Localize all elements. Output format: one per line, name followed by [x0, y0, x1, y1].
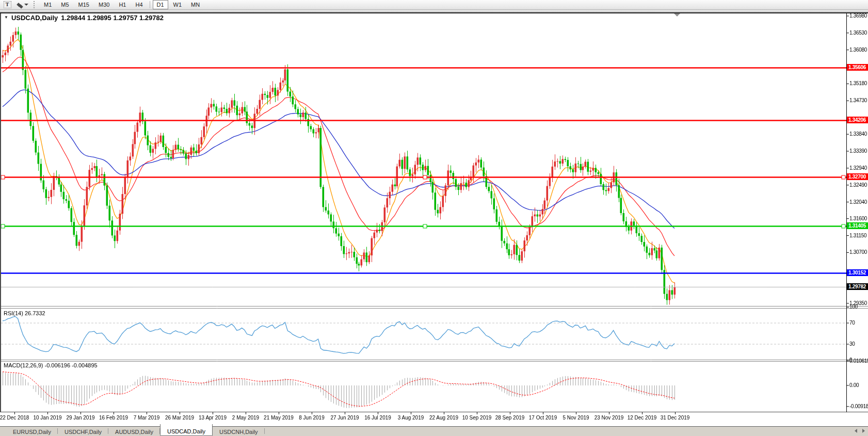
date-label: 22 Dec 2018 — [0, 415, 29, 421]
hline-price-tag: 1.31405 — [847, 222, 868, 229]
date-label: 21 May 2019 — [264, 415, 294, 421]
ohlc-readout: 1.29844 1.29895 1.29757 1.29782 — [61, 14, 164, 22]
macd-axis-label: -0.009181 — [849, 403, 868, 409]
drawing-tools-icon — [19, 4, 23, 9]
date-label: 23 Nov 2019 — [594, 415, 624, 421]
toolbar-grip[interactable] — [34, 1, 36, 8]
price-axis-tick-label: 1.32940 — [849, 165, 867, 171]
tab-divider — [264, 428, 265, 434]
date-label: 22 Aug 2019 — [429, 415, 458, 421]
timeframe-button-m5[interactable]: M5 — [57, 0, 73, 9]
current-price-tag: 1.29782 — [847, 283, 868, 290]
timeframe-button-m1[interactable]: M1 — [40, 0, 56, 9]
toolbar-separator — [150, 1, 150, 8]
price-axis-tick-label: 1.33390 — [849, 148, 867, 154]
price-axis-tick-label: 1.33840 — [849, 131, 867, 137]
timeframe-button-w1[interactable]: W1 — [169, 0, 186, 9]
date-label: 26 Mar 2019 — [165, 415, 194, 421]
timeframe-button-mn[interactable]: MN — [187, 0, 204, 9]
mt4-window: T M1M5M15M30H1H4D1W1MN ▼ USDCAD,Daily 1.… — [0, 0, 868, 436]
date-label: 17 Oct 2019 — [529, 415, 557, 421]
timeframe-button-h4[interactable]: H4 — [131, 0, 147, 9]
toolbar: T M1M5M15M30H1H4D1W1MN — [0, 0, 868, 10]
hline-price-tag: 1.30152 — [847, 269, 868, 276]
rsi-pane-label: RSI(14) 26.7332 — [4, 310, 45, 316]
date-label: 13 Apr 2019 — [199, 415, 227, 421]
chart-title: ▼ USDCAD,Daily 1.29844 1.29895 1.29757 1… — [4, 14, 164, 22]
symbol-title: USDCAD,Daily — [11, 14, 58, 22]
rsi-axis-label: 70 — [849, 320, 855, 326]
macd-pane-label: MACD(12,26,9) -0.006196 -0.004895 — [4, 362, 98, 368]
rsi-axis-label: 30 — [849, 341, 855, 347]
macd-axis-label: 0.00 — [849, 382, 859, 388]
price-axis-tick-label: 1.31150 — [849, 233, 866, 238]
date-label: 16 Jul 2019 — [364, 415, 391, 421]
text-label-tool-button[interactable]: T — [3, 1, 12, 9]
date-label: 7 Mar 2019 — [134, 415, 160, 421]
text-tool-icon: T — [4, 1, 11, 8]
date-label: 12 Dec 2019 — [628, 415, 657, 421]
price-axis-tick-label: 1.35180 — [849, 80, 867, 86]
price-axis-tick-label: 1.32490 — [849, 182, 867, 188]
symbol-tab-bar: EURUSD,DailyUSDCHF,DailyAUDUSD,DailyUSDC… — [0, 427, 868, 436]
timeframe-button-m30[interactable]: M30 — [94, 0, 114, 9]
date-label: 16 Feb 2019 — [99, 415, 128, 421]
date-label: 5 Nov 2019 — [562, 415, 589, 421]
hline-price-tag: 1.35606 — [847, 64, 868, 71]
date-label: 2 May 2019 — [232, 415, 259, 421]
tab-scroll-arrows — [855, 429, 865, 433]
date-label: 10 Jan 2019 — [33, 415, 61, 421]
chart-window-top-border — [0, 9, 868, 13]
price-axis-tick-label: 1.36080 — [849, 47, 867, 53]
date-label: 27 Jun 2019 — [330, 415, 359, 421]
date-label: 28 Sep 2019 — [495, 415, 525, 421]
drawing-tools-button[interactable] — [17, 1, 28, 9]
one-click-trading-collapse-icon[interactable]: ▼ — [4, 15, 8, 20]
hline-price-tag: 1.34206 — [847, 117, 868, 123]
chevron-down-icon — [24, 4, 28, 6]
hline-price-tag: 1.32700 — [847, 173, 868, 180]
date-label: 3 Aug 2019 — [398, 415, 424, 421]
date-label: 8 Jun 2019 — [299, 415, 325, 421]
tab-usdcad[interactable]: USDCAD,Daily — [160, 424, 213, 436]
tab-eurusd[interactable]: EURUSD,Daily — [6, 427, 58, 436]
date-label: 10 Sep 2019 — [462, 415, 492, 421]
macd-axis-label: 0.010615 — [849, 358, 868, 364]
price-axis-tick-label: 1.36530 — [849, 30, 867, 36]
date-label: 31 Dec 2019 — [661, 415, 690, 421]
price-axis-tick-label: 1.36980 — [849, 13, 867, 19]
tab-usdchf[interactable]: USDCHF,Daily — [58, 427, 108, 436]
tab-scroll-left-icon[interactable] — [855, 429, 857, 433]
rsi-axis-label: 100 — [849, 304, 858, 310]
tab-usdcnh[interactable]: USDCNH,Daily — [213, 427, 265, 436]
chart-canvas[interactable] — [0, 0, 868, 436]
price-axis-tick-label: 1.32040 — [849, 199, 867, 205]
timeframe-button-m15[interactable]: M15 — [74, 0, 93, 9]
timeframe-button-h1[interactable]: H1 — [115, 0, 130, 9]
price-axis-tick-label: 1.31600 — [849, 216, 867, 221]
timeframe-button-group: M1M5M15M30H1H4D1W1MN — [39, 0, 204, 9]
timeframe-button-d1[interactable]: D1 — [153, 0, 168, 9]
tab-audusd[interactable]: AUDUSD,Daily — [108, 427, 160, 436]
price-axis-tick-label: 1.34730 — [849, 98, 867, 103]
date-label: 29 Jan 2019 — [66, 415, 94, 421]
price-axis-tick-label: 1.30700 — [849, 249, 867, 255]
tab-scroll-right-icon[interactable] — [862, 429, 865, 433]
